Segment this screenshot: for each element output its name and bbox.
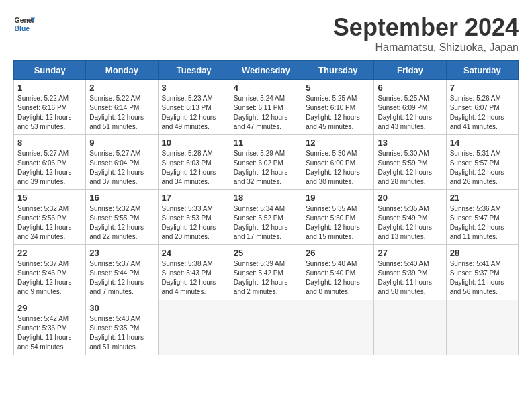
calendar-day-cell: 1Sunrise: 5:22 AM Sunset: 6:16 PM Daylig…: [14, 80, 86, 135]
day-number: 13: [378, 138, 442, 148]
day-number: 1: [17, 83, 82, 93]
calendar-day-cell: 13Sunrise: 5:30 AM Sunset: 5:59 PM Dayli…: [374, 135, 446, 190]
calendar-day-cell: 12Sunrise: 5:30 AM Sunset: 6:00 PM Dayli…: [302, 135, 374, 190]
weekday-header-row: SundayMondayTuesdayWednesdayThursdayFrid…: [14, 61, 519, 80]
calendar-day-cell: 2Sunrise: 5:22 AM Sunset: 6:14 PM Daylig…: [86, 80, 158, 135]
svg-text:Blue: Blue: [15, 25, 30, 32]
day-info: Sunrise: 5:43 AM Sunset: 5:35 PM Dayligh…: [89, 314, 154, 352]
calendar-day-cell: 19Sunrise: 5:35 AM Sunset: 5:50 PM Dayli…: [302, 190, 374, 245]
calendar-day-cell: 8Sunrise: 5:27 AM Sunset: 6:06 PM Daylig…: [14, 135, 86, 190]
day-info: Sunrise: 5:30 AM Sunset: 6:00 PM Dayligh…: [306, 149, 370, 187]
day-number: 30: [89, 303, 154, 313]
day-info: Sunrise: 5:27 AM Sunset: 6:06 PM Dayligh…: [17, 149, 82, 187]
day-info: Sunrise: 5:28 AM Sunset: 6:03 PM Dayligh…: [162, 149, 226, 187]
day-info: Sunrise: 5:29 AM Sunset: 6:02 PM Dayligh…: [234, 149, 298, 187]
day-number: 8: [17, 138, 82, 148]
calendar-day-cell: 27Sunrise: 5:40 AM Sunset: 5:39 PM Dayli…: [374, 245, 446, 300]
day-number: 16: [89, 193, 154, 203]
day-info: Sunrise: 5:31 AM Sunset: 5:57 PM Dayligh…: [450, 149, 515, 187]
day-info: Sunrise: 5:22 AM Sunset: 6:16 PM Dayligh…: [17, 94, 82, 132]
day-info: Sunrise: 5:35 AM Sunset: 5:50 PM Dayligh…: [306, 204, 370, 242]
month-title: September 2024: [333, 13, 519, 42]
calendar-day-cell: 15Sunrise: 5:32 AM Sunset: 5:56 PM Dayli…: [14, 190, 86, 245]
calendar-day-cell: 3Sunrise: 5:23 AM Sunset: 6:13 PM Daylig…: [158, 80, 230, 135]
day-number: 28: [450, 248, 515, 258]
day-info: Sunrise: 5:37 AM Sunset: 5:46 PM Dayligh…: [17, 259, 82, 297]
calendar-day-cell: 26Sunrise: 5:40 AM Sunset: 5:40 PM Dayli…: [302, 245, 374, 300]
day-info: Sunrise: 5:42 AM Sunset: 5:36 PM Dayligh…: [17, 314, 82, 352]
day-number: 2: [89, 83, 154, 93]
day-number: 10: [162, 138, 226, 148]
calendar-week-row: 8Sunrise: 5:27 AM Sunset: 6:06 PM Daylig…: [14, 135, 519, 190]
calendar-day-cell: 21Sunrise: 5:36 AM Sunset: 5:47 PM Dayli…: [446, 190, 518, 245]
weekday-header-cell: Wednesday: [230, 61, 302, 80]
calendar-day-cell: 11Sunrise: 5:29 AM Sunset: 6:02 PM Dayli…: [230, 135, 302, 190]
calendar-day-cell: 17Sunrise: 5:33 AM Sunset: 5:53 PM Dayli…: [158, 190, 230, 245]
calendar-day-cell: 7Sunrise: 5:26 AM Sunset: 6:07 PM Daylig…: [446, 80, 518, 135]
logo-icon: General Blue: [13, 13, 35, 35]
calendar-day-cell: 25Sunrise: 5:39 AM Sunset: 5:42 PM Dayli…: [230, 245, 302, 300]
day-info: Sunrise: 5:34 AM Sunset: 5:52 PM Dayligh…: [234, 204, 298, 242]
title-area: September 2024 Hamamatsu, Shizuoka, Japa…: [333, 13, 519, 54]
day-info: Sunrise: 5:40 AM Sunset: 5:39 PM Dayligh…: [378, 259, 442, 297]
day-number: 9: [89, 138, 154, 148]
day-number: 23: [89, 248, 154, 258]
day-number: 14: [450, 138, 515, 148]
calendar-day-cell: 24Sunrise: 5:38 AM Sunset: 5:43 PM Dayli…: [158, 245, 230, 300]
day-number: 6: [378, 83, 442, 93]
day-info: Sunrise: 5:26 AM Sunset: 6:07 PM Dayligh…: [450, 94, 515, 132]
calendar-day-cell: [158, 300, 230, 355]
day-number: 22: [17, 248, 82, 258]
day-number: 25: [234, 248, 298, 258]
weekday-header-cell: Monday: [86, 61, 158, 80]
calendar-day-cell: 5Sunrise: 5:25 AM Sunset: 6:10 PM Daylig…: [302, 80, 374, 135]
day-number: 4: [234, 83, 298, 93]
calendar-day-cell: 9Sunrise: 5:27 AM Sunset: 6:04 PM Daylig…: [86, 135, 158, 190]
calendar-week-row: 1Sunrise: 5:22 AM Sunset: 6:16 PM Daylig…: [14, 80, 519, 135]
day-info: Sunrise: 5:22 AM Sunset: 6:14 PM Dayligh…: [89, 94, 154, 132]
day-info: Sunrise: 5:37 AM Sunset: 5:44 PM Dayligh…: [89, 259, 154, 297]
location-title: Hamamatsu, Shizuoka, Japan: [333, 42, 519, 54]
calendar-day-cell: 6Sunrise: 5:25 AM Sunset: 6:09 PM Daylig…: [374, 80, 446, 135]
calendar-table: SundayMondayTuesdayWednesdayThursdayFrid…: [13, 60, 519, 355]
day-info: Sunrise: 5:36 AM Sunset: 5:47 PM Dayligh…: [450, 204, 515, 242]
day-number: 19: [306, 193, 370, 203]
day-number: 21: [450, 193, 515, 203]
calendar-body: 1Sunrise: 5:22 AM Sunset: 6:16 PM Daylig…: [14, 80, 519, 355]
weekday-header-cell: Thursday: [302, 61, 374, 80]
day-number: 17: [162, 193, 226, 203]
day-number: 5: [306, 83, 370, 93]
day-number: 15: [17, 193, 82, 203]
day-info: Sunrise: 5:38 AM Sunset: 5:43 PM Dayligh…: [162, 259, 226, 297]
calendar-week-row: 29Sunrise: 5:42 AM Sunset: 5:36 PM Dayli…: [14, 300, 519, 355]
header: General Blue September 2024 Hamamatsu, S…: [13, 13, 519, 54]
calendar-day-cell: [374, 300, 446, 355]
day-number: 20: [378, 193, 442, 203]
day-info: Sunrise: 5:41 AM Sunset: 5:37 PM Dayligh…: [450, 259, 515, 297]
day-number: 11: [234, 138, 298, 148]
logo: General Blue: [13, 13, 35, 35]
calendar-day-cell: [230, 300, 302, 355]
calendar-day-cell: 4Sunrise: 5:24 AM Sunset: 6:11 PM Daylig…: [230, 80, 302, 135]
day-info: Sunrise: 5:39 AM Sunset: 5:42 PM Dayligh…: [234, 259, 298, 297]
weekday-header-cell: Tuesday: [158, 61, 230, 80]
calendar-day-cell: 10Sunrise: 5:28 AM Sunset: 6:03 PM Dayli…: [158, 135, 230, 190]
calendar-day-cell: 22Sunrise: 5:37 AM Sunset: 5:46 PM Dayli…: [14, 245, 86, 300]
calendar-day-cell: [446, 300, 518, 355]
day-info: Sunrise: 5:30 AM Sunset: 5:59 PM Dayligh…: [378, 149, 442, 187]
day-info: Sunrise: 5:27 AM Sunset: 6:04 PM Dayligh…: [89, 149, 154, 187]
calendar-day-cell: 14Sunrise: 5:31 AM Sunset: 5:57 PM Dayli…: [446, 135, 518, 190]
day-info: Sunrise: 5:32 AM Sunset: 5:56 PM Dayligh…: [17, 204, 82, 242]
day-info: Sunrise: 5:23 AM Sunset: 6:13 PM Dayligh…: [162, 94, 226, 132]
calendar-week-row: 22Sunrise: 5:37 AM Sunset: 5:46 PM Dayli…: [14, 245, 519, 300]
calendar-day-cell: 18Sunrise: 5:34 AM Sunset: 5:52 PM Dayli…: [230, 190, 302, 245]
calendar-day-cell: [302, 300, 374, 355]
calendar-day-cell: 29Sunrise: 5:42 AM Sunset: 5:36 PM Dayli…: [14, 300, 86, 355]
day-info: Sunrise: 5:32 AM Sunset: 5:55 PM Dayligh…: [89, 204, 154, 242]
calendar-day-cell: 20Sunrise: 5:35 AM Sunset: 5:49 PM Dayli…: [374, 190, 446, 245]
day-number: 27: [378, 248, 442, 258]
day-info: Sunrise: 5:35 AM Sunset: 5:49 PM Dayligh…: [378, 204, 442, 242]
day-number: 7: [450, 83, 515, 93]
day-info: Sunrise: 5:24 AM Sunset: 6:11 PM Dayligh…: [234, 94, 298, 132]
calendar-day-cell: 23Sunrise: 5:37 AM Sunset: 5:44 PM Dayli…: [86, 245, 158, 300]
